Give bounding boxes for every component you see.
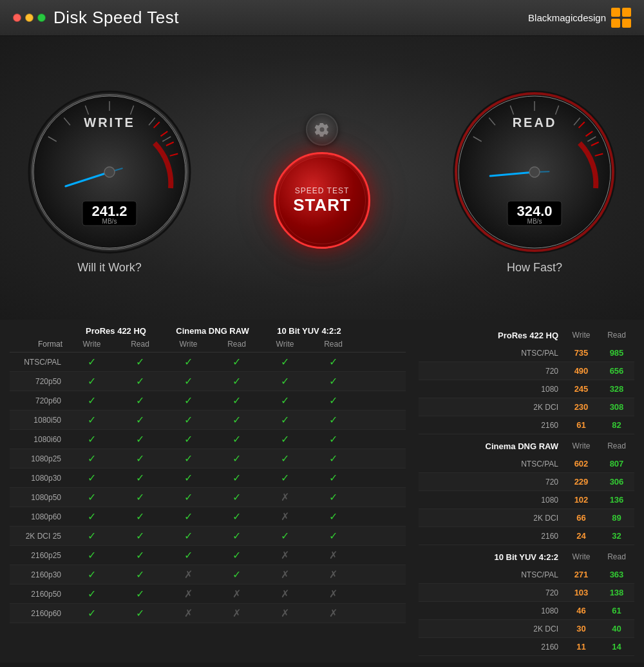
right-col-header-read: Read <box>599 552 634 561</box>
right-cell-write: 24 <box>564 531 599 541</box>
right-cell-write: 229 <box>564 477 599 487</box>
cell-check: ✓ <box>309 491 357 503</box>
cell-check: ✓ <box>213 549 261 561</box>
cell-check: ✓ <box>309 375 357 387</box>
right-data-row: 1080245328 <box>419 380 634 398</box>
window-controls <box>13 14 46 22</box>
cell-check: ✓ <box>68 549 116 561</box>
cell-check: ✓ <box>261 452 309 465</box>
right-data-row: 21601114 <box>419 638 634 656</box>
right-group-label: ProRes 422 HQ <box>419 331 564 340</box>
cell-check: ✓ <box>116 607 164 619</box>
cell-check: ✓ <box>116 394 164 407</box>
cell-format: 2160p50 <box>10 590 68 599</box>
cell-check: ✓ <box>164 530 213 542</box>
cell-check: ✓ <box>116 472 164 484</box>
cell-check: ✗ <box>213 607 261 619</box>
cell-check: ✓ <box>213 414 261 426</box>
right-cell-write: 490 <box>564 366 599 376</box>
cell-check: ✓ <box>68 510 116 523</box>
right-cell-label: 720 <box>419 478 564 487</box>
right-col-header-write: Write <box>564 331 599 340</box>
brand-square-4 <box>622 19 631 28</box>
right-col-header-write: Write <box>564 552 599 561</box>
cell-check: ✓ <box>164 549 213 561</box>
table-row: 1080i50✓✓✓✓✓✓ <box>10 411 406 430</box>
right-data-row: 720103138 <box>419 584 634 602</box>
cell-format: 1080p30 <box>10 474 68 483</box>
subheader-write-1: Write <box>68 340 116 349</box>
cell-check: ✗ <box>261 607 309 619</box>
cell-check: ✓ <box>68 568 116 581</box>
right-cell-read: 61 <box>599 606 634 615</box>
start-button[interactable]: SPEED TEST START <box>274 152 370 249</box>
cell-check: ✓ <box>68 394 116 407</box>
close-button[interactable] <box>13 14 21 22</box>
cell-check: ✓ <box>116 530 164 542</box>
right-data-row: NTSC/PAL271363 <box>419 566 634 584</box>
subheader-read-3: Read <box>309 340 357 349</box>
settings-gear-button[interactable] <box>306 113 338 146</box>
cell-check: ✓ <box>309 452 357 465</box>
right-table-area: ProRes 422 HQWriteReadNTSC/PAL7359857204… <box>412 320 644 662</box>
group-header-prores: ProRes 422 HQ <box>68 326 164 336</box>
cell-check: ✗ <box>309 607 357 619</box>
svg-text:READ: READ <box>513 115 557 130</box>
minimize-button[interactable] <box>25 14 33 22</box>
cell-check: ✗ <box>164 588 213 600</box>
cell-check: ✓ <box>309 530 357 542</box>
cell-check: ✓ <box>164 491 213 503</box>
left-table-group-headers: ProRes 422 HQ Cinema DNG RAW 10 Bit YUV … <box>10 326 406 336</box>
right-cell-read: 138 <box>599 588 634 597</box>
cell-check: ✓ <box>116 356 164 368</box>
right-group-label: 10 Bit YUV 4:2:2 <box>419 552 564 562</box>
right-cell-read: 32 <box>599 531 634 541</box>
cell-check: ✓ <box>68 530 116 542</box>
right-col-header-read: Read <box>599 441 634 450</box>
write-gauge-container: 241.2 MB/s WRITE Will it Work? <box>26 88 193 275</box>
right-data-row: 1080102136 <box>419 491 634 509</box>
cell-check: ✓ <box>68 414 116 426</box>
start-main-label: START <box>293 195 351 215</box>
brand-icon <box>611 8 631 28</box>
right-col-header-write: Write <box>564 441 599 450</box>
right-data-row: 2K DCI6689 <box>419 509 634 527</box>
brand-square-2 <box>622 8 631 17</box>
cell-check: ✓ <box>68 356 116 368</box>
cell-check: ✓ <box>213 375 261 387</box>
cell-format: 720p60 <box>10 396 68 405</box>
table-row: 2160p60✓✓✗✗✗✗ <box>10 604 406 623</box>
maximize-button[interactable] <box>37 14 46 22</box>
right-cell-write: 103 <box>564 588 599 597</box>
format-column-header: Format <box>10 340 68 349</box>
cell-check: ✗ <box>309 568 357 581</box>
cell-check: ✗ <box>164 607 213 619</box>
title-bar-left: Disk Speed Test <box>13 8 179 28</box>
cell-check: ✓ <box>213 472 261 484</box>
right-data-row: NTSC/PAL735985 <box>419 344 634 362</box>
cell-check: ✓ <box>309 433 357 445</box>
cell-format: 2K DCI 25 <box>10 532 68 541</box>
cell-check: ✓ <box>309 510 357 523</box>
table-row: 1080p30✓✓✓✓✓✓ <box>10 469 406 488</box>
right-cell-write: 602 <box>564 459 599 469</box>
cell-format: 1080i60 <box>10 435 68 444</box>
right-cell-label: 2160 <box>419 532 564 541</box>
brand-square-3 <box>611 19 620 28</box>
right-cell-label: NTSC/PAL <box>419 349 564 358</box>
right-table-body: ProRes 422 HQWriteReadNTSC/PAL7359857204… <box>419 326 634 656</box>
right-cell-read: 807 <box>599 459 634 469</box>
cell-check: ✓ <box>309 414 357 426</box>
right-cell-write: 245 <box>564 384 599 394</box>
cell-check: ✓ <box>213 452 261 465</box>
gear-icon <box>314 122 330 137</box>
cell-check: ✗ <box>261 588 309 600</box>
right-data-row: 720229306 <box>419 473 634 491</box>
read-gauge-container: 324.0 MB/s READ How Fast? <box>451 88 618 275</box>
right-cell-write: 11 <box>564 642 599 652</box>
right-col-header-read: Read <box>599 331 634 340</box>
cell-check: ✓ <box>309 394 357 407</box>
cell-check: ✓ <box>116 375 164 387</box>
right-cell-read: 40 <box>599 624 634 633</box>
left-table-body: NTSC/PAL✓✓✓✓✓✓720p50✓✓✓✓✓✓720p60✓✓✓✓✓✓10… <box>10 353 406 623</box>
